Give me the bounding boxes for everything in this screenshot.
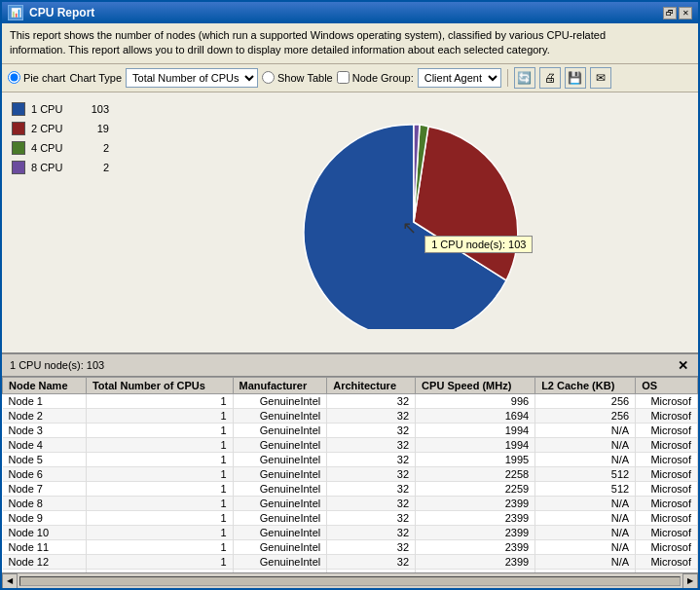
show-table-radio-label[interactable]: Show Table [262,71,333,84]
table-cell: Node 4 [3,438,87,453]
table-row[interactable]: Node 121GenuineIntel322399N/AMicrosof [3,555,698,570]
table-cell: 32 [327,424,416,438]
table-cell: Microsof [636,467,698,482]
chart-area: 1 CPU 103 2 CPU 19 4 CPU 2 [2,92,698,354]
table-cell: 32 [327,438,416,453]
table-cell: Microsof [636,482,698,497]
legend-text-2cpu: 2 CPU 19 [31,123,109,134]
table-cell: 2399 [416,511,535,526]
scroll-left-button[interactable]: ◀ [2,573,18,589]
table-cell: Node 7 [3,482,87,497]
table-cell: 1 [86,467,233,482]
table-cell: 32 [327,540,416,555]
table-cell: Node 12 [3,555,87,570]
col-node-name: Node Name [3,378,87,394]
legend-item-4cpu: 4 CPU 2 [12,141,119,155]
legend-text-8cpu: 8 CPU 2 [31,162,109,173]
scroll-track[interactable] [19,576,681,586]
show-table-radio[interactable] [262,71,275,84]
toolbar: Pie chart Chart Type Total Number of CPU… [2,64,698,92]
table-cell: GenuineIntel [233,511,327,526]
restore-button[interactable]: 🗗 [663,7,677,19]
table-row[interactable]: Node 81GenuineIntel322399N/AMicrosof [3,497,698,511]
pie-chart-container[interactable]: ↖ 1 CPU node(s): 103 [129,92,698,352]
legend-color-1cpu [12,102,25,116]
node-group-select[interactable]: Client Agent [418,68,501,88]
table-cell: 512 [535,467,636,482]
table-row[interactable]: Node 11GenuineIntel32996256Microsof [3,394,698,409]
close-button[interactable]: ✕ [679,7,692,19]
table-cell: 1 [86,482,233,497]
legend-count-8cpu: 2 [103,162,109,173]
pie-chart-svg [297,115,531,329]
col-os: OS [636,378,698,394]
table-cell: 1 [86,438,233,453]
print-button[interactable]: 🖨 [539,67,561,89]
table-body: Node 11GenuineIntel32996256MicrosofNode … [3,394,698,573]
nodes-table: Node Name Total Number of CPUs Manufactu… [2,377,698,572]
table-row[interactable]: Node 31GenuineIntel321994N/AMicrosof [3,424,698,438]
legend-count-2cpu: 19 [97,123,109,134]
node-group-checkbox[interactable] [337,71,350,84]
table-cell: 1 [86,453,233,467]
table-row[interactable]: Node 91GenuineIntel322399N/AMicrosof [3,511,698,526]
table-cell: Node 1 [3,394,87,409]
refresh-button[interactable]: 🔄 [514,67,535,89]
table-cell: N/A [535,424,636,438]
title-bar-left: 📊 CPU Report [8,5,94,20]
table-row[interactable]: Node 71GenuineIntel322259512Microsof [3,482,698,497]
table-cell: Microsof [636,394,698,409]
table-cell: 1 [86,497,233,511]
save-button[interactable]: 💾 [565,67,586,89]
table-cell: 1 [86,409,233,424]
legend-count-4cpu: 2 [103,142,109,154]
table-row[interactable]: Node 41GenuineIntel321994N/AMicrosof [3,438,698,453]
bottom-panel: 1 CPU node(s): 103 ✕ Node Name Total Num… [2,354,698,588]
table-header-row: Node Name Total Number of CPUs Manufactu… [3,378,698,394]
table-cell: N/A [535,526,636,540]
legend-item-2cpu: 2 CPU 19 [12,122,119,135]
chart-type-label: Chart Type [69,72,122,84]
bottom-close-button[interactable]: ✕ [675,357,690,373]
table-cell: 2399 [416,497,535,511]
table-container[interactable]: Node Name Total Number of CPUs Manufactu… [2,377,698,572]
table-cell: Microsof [636,453,698,467]
pie-chart-radio[interactable] [8,71,20,84]
table-cell: 1994 [416,438,535,453]
bottom-header-text: 1 CPU node(s): 103 [10,359,104,371]
table-cell: 2399 [416,555,535,570]
horizontal-scrollbar[interactable]: ◀ ▶ [2,572,698,588]
table-cell: 2399 [416,540,535,555]
table-cell: GenuineIntel [233,424,327,438]
table-cell: Node 6 [3,467,87,482]
description-line1: This report shows the number of nodes (w… [10,29,606,41]
table-cell: 1995 [416,453,535,467]
table-cell: GenuineIntel [233,526,327,540]
table-row[interactable]: Node 21GenuineIntel321694256Microsof [3,409,698,424]
table-cell: 1 [86,555,233,570]
table-row[interactable]: Node 111GenuineIntel322399N/AMicrosof [3,540,698,555]
table-cell: GenuineIntel [233,540,327,555]
scroll-right-button[interactable]: ▶ [682,573,698,589]
table-row[interactable]: Node 61GenuineIntel322258512Microsof [3,467,698,482]
chart-type-select[interactable]: Total Number of CPUs [126,68,258,88]
table-cell: GenuineIntel [233,555,327,570]
col-cpu-speed: CPU Speed (MHz) [416,378,535,394]
table-cell: N/A [535,555,636,570]
table-cell: GenuineIntel [233,467,327,482]
main-window: 📊 CPU Report 🗗 ✕ This report shows the n… [0,0,700,590]
table-cell: Node 2 [3,409,87,424]
table-cell: 256 [535,409,636,424]
table-cell: Microsof [636,540,698,555]
table-row[interactable]: Node 101GenuineIntel322399N/AMicrosof [3,526,698,540]
table-cell: 1 [86,394,233,409]
legend-label-2cpu: 2 CPU [31,123,62,134]
table-cell: 32 [327,409,416,424]
table-cell: GenuineIntel [233,497,327,511]
table-cell: 2259 [416,482,535,497]
table-cell: 1694 [416,409,535,424]
email-button[interactable]: ✉ [590,67,611,89]
table-cell: Microsof [636,409,698,424]
pie-chart-radio-label[interactable]: Pie chart [8,71,65,84]
table-row[interactable]: Node 51GenuineIntel321995N/AMicrosof [3,453,698,467]
